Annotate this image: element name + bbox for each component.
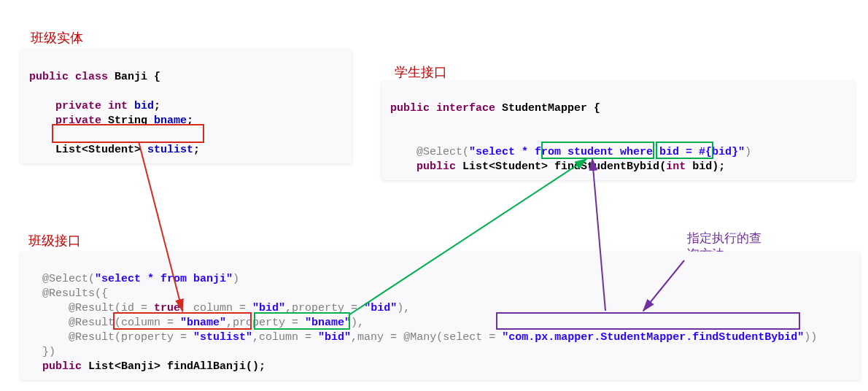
banji-entity-title: 班级实体	[31, 29, 83, 47]
student-interface-title: 学生接口	[395, 63, 447, 81]
banji-interface-title: 班级接口	[28, 232, 81, 249]
student-interface-code: public interface StudentMapper { @Select…	[381, 81, 855, 180]
banji-entity-code: public class Banji { private int bid; pr…	[20, 50, 352, 163]
banji-interface-code: @Select("select * from banji") @Results(…	[20, 252, 860, 380]
purple-note-line1: 指定执行的查	[687, 231, 762, 245]
